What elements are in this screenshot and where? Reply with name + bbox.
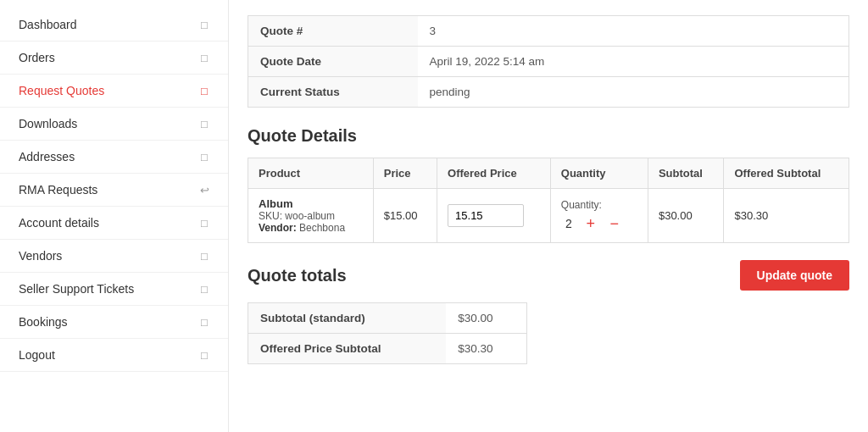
sidebar-item-vendors[interactable]: Vendors□ <box>0 240 228 273</box>
sidebar-item-icon-rma-requests: ↩ <box>198 183 211 197</box>
quote-info-label: Quote # <box>248 16 418 47</box>
update-quote-button[interactable]: Update quote <box>740 260 849 291</box>
sidebar-item-logout[interactable]: Logout□ <box>0 339 228 372</box>
totals-row: Offered Price Subtotal $30.30 <box>248 334 527 364</box>
quote-details-table: ProductPriceOffered PriceQuantitySubtota… <box>248 158 849 243</box>
sidebar-item-account-details[interactable]: Account details□ <box>0 207 228 240</box>
subtotal-cell: $30.00 <box>648 189 724 243</box>
totals-title: Quote totals <box>248 266 347 285</box>
totals-header: Quote totals Update quote <box>248 260 849 291</box>
quote-info-label: Quote Date <box>248 47 418 77</box>
quote-info-value: April 19, 2022 5:14 am <box>418 47 849 77</box>
sidebar: Dashboard□Orders□Request Quotes□Download… <box>0 0 229 432</box>
sidebar-item-icon-dashboard: □ <box>198 18 211 31</box>
totals-row: Subtotal (standard) $30.00 <box>248 303 527 334</box>
details-col-header: Subtotal <box>648 158 724 189</box>
price-cell: $15.00 <box>373 189 437 243</box>
quantity-decrease-button[interactable]: − <box>605 214 624 233</box>
offered-subtotal-cell: $30.30 <box>724 189 849 243</box>
sidebar-item-label-seller-support-tickets: Seller Support Tickets <box>19 282 198 296</box>
sidebar-item-icon-request-quotes: □ <box>198 84 211 97</box>
product-vendor: Vendor: Bechbona <box>259 222 363 234</box>
sidebar-item-label-vendors: Vendors <box>19 249 198 263</box>
quote-details-title: Quote Details <box>248 126 849 146</box>
quote-info-table: Quote # 3 Quote Date April 19, 2022 5:14… <box>248 15 849 108</box>
quantity-increase-button[interactable]: + <box>581 214 600 233</box>
sidebar-item-dashboard[interactable]: Dashboard□ <box>0 8 228 42</box>
sidebar-item-label-logout: Logout <box>19 348 198 362</box>
sidebar-item-label-account-details: Account details <box>19 216 198 230</box>
quote-info-row: Current Status pending <box>248 77 849 108</box>
quote-info-label: Current Status <box>248 77 418 108</box>
sidebar-item-label-request-quotes: Request Quotes <box>19 84 198 97</box>
totals-table: Subtotal (standard) $30.00 Offered Price… <box>248 302 527 364</box>
quote-info-value: 3 <box>418 16 849 47</box>
details-col-header: Offered Subtotal <box>724 158 849 189</box>
sidebar-item-orders[interactable]: Orders□ <box>0 42 228 75</box>
totals-label: Subtotal (standard) <box>248 303 447 334</box>
sidebar-item-request-quotes[interactable]: Request Quotes□ <box>0 75 228 108</box>
totals-value: $30.00 <box>446 303 526 334</box>
sidebar-item-label-orders: Orders <box>19 51 198 64</box>
sidebar-item-downloads[interactable]: Downloads□ <box>0 108 228 141</box>
sidebar-item-label-rma-requests: RMA Requests <box>19 183 198 197</box>
sidebar-item-label-addresses: Addresses <box>19 150 198 163</box>
sidebar-item-icon-seller-support-tickets: □ <box>198 282 211 296</box>
quantity-label: Quantity: <box>561 199 602 211</box>
details-row: Album SKU: woo-album Vendor: Bechbona $1… <box>248 189 849 243</box>
sidebar-item-addresses[interactable]: Addresses□ <box>0 141 228 174</box>
details-col-header: Price <box>373 158 437 189</box>
sidebar-item-icon-account-details: □ <box>198 216 211 230</box>
sidebar-item-label-dashboard: Dashboard <box>19 18 198 31</box>
sidebar-item-icon-orders: □ <box>198 51 211 64</box>
sidebar-item-rma-requests[interactable]: RMA Requests↩ <box>0 174 228 207</box>
sidebar-item-icon-downloads: □ <box>198 117 211 130</box>
offered-price-input[interactable] <box>448 204 524 227</box>
quantity-value: 2 <box>561 217 576 230</box>
sidebar-item-bookings[interactable]: Bookings□ <box>0 306 228 339</box>
main-content: Quote # 3 Quote Date April 19, 2022 5:14… <box>229 0 868 432</box>
quote-info-row: Quote # 3 <box>248 16 849 47</box>
product-cell: Album SKU: woo-album Vendor: Bechbona <box>248 189 374 243</box>
sidebar-item-seller-support-tickets[interactable]: Seller Support Tickets□ <box>0 273 228 306</box>
sidebar-item-label-downloads: Downloads <box>19 117 198 130</box>
offered-price-cell <box>437 189 551 243</box>
sidebar-item-icon-addresses: □ <box>198 150 211 163</box>
totals-value: $30.30 <box>446 334 526 364</box>
quote-info-row: Quote Date April 19, 2022 5:14 am <box>248 47 849 77</box>
quantity-cell: Quantity: 2 + − <box>550 189 648 243</box>
quote-info-value: pending <box>418 77 849 108</box>
sidebar-item-icon-logout: □ <box>198 348 211 362</box>
totals-label: Offered Price Subtotal <box>248 334 447 364</box>
details-col-header: Quantity <box>550 158 648 189</box>
sidebar-item-label-bookings: Bookings <box>19 315 198 329</box>
product-sku: SKU: woo-album <box>259 210 363 222</box>
details-col-header: Offered Price <box>437 158 551 189</box>
sidebar-item-icon-bookings: □ <box>198 315 211 329</box>
sidebar-item-icon-vendors: □ <box>198 249 211 263</box>
product-name: Album <box>259 197 363 210</box>
vendor-label: Vendor: <box>259 222 297 234</box>
details-col-header: Product <box>248 158 374 189</box>
